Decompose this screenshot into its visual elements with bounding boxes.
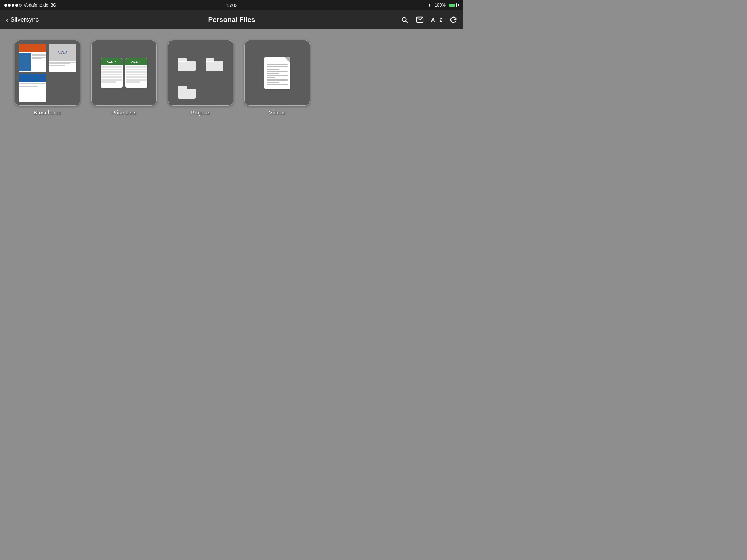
project-folder-2 (202, 47, 227, 71)
network-type: 3G (50, 3, 56, 8)
folder-broschures-label: Broschures (34, 109, 61, 116)
xls-doc-1: XLS ✓ (101, 58, 123, 88)
mail-icon (416, 16, 424, 24)
signal-dot-2 (8, 4, 11, 7)
folder-price-lists-thumb: XLS ✓ XLS ✓ (91, 40, 157, 106)
carrier-name: Vodafone.de (24, 3, 48, 8)
folder-broschures[interactable]: 👓 (15, 40, 80, 116)
refresh-button[interactable] (449, 16, 457, 24)
video-doc-1 (264, 57, 290, 89)
folder-projects[interactable]: Projects (168, 40, 233, 116)
nav-actions: A→Z (400, 16, 457, 24)
brochure-doc-2: 👓 (49, 44, 76, 72)
refresh-icon (449, 16, 457, 24)
folder-videos-label: Videos (269, 109, 286, 116)
status-time: 15:02 (226, 3, 238, 8)
search-icon (400, 16, 409, 24)
signal-dot-1 (4, 4, 7, 7)
brochure-spacer (49, 74, 76, 102)
xls-tab-2: XLS ✓ (125, 58, 147, 65)
folder-price-lists[interactable]: XLS ✓ XLS ✓ (91, 40, 157, 116)
folder-videos-thumb (244, 40, 310, 106)
search-button[interactable] (400, 16, 409, 24)
back-button[interactable]: ‹ Silversync (6, 16, 39, 24)
content-area: 👓 (0, 29, 463, 127)
brochure-doc-3 (19, 74, 46, 102)
project-folder-1 (175, 47, 199, 71)
page-title: Personal Files (208, 16, 255, 24)
battery-icon (449, 3, 459, 7)
signal-strength (4, 4, 22, 7)
folder-price-lists-label: Price Lists (111, 109, 136, 116)
status-left: Vodafone.de 3G (4, 3, 226, 8)
sort-az-icon: A→Z (431, 17, 442, 23)
battery-percent: 100% (434, 3, 446, 8)
sort-button[interactable]: A→Z (431, 17, 442, 23)
nav-bar: ‹ Silversync Personal Files A→Z (0, 10, 463, 29)
signal-dot-3 (12, 4, 14, 7)
project-folder-empty (202, 75, 227, 99)
folder-videos[interactable]: Videos (244, 40, 310, 116)
folder-broschures-thumb: 👓 (15, 40, 80, 106)
xls-doc-2: XLS ✓ (125, 58, 147, 88)
xls-tab-1: XLS ✓ (101, 58, 123, 65)
project-folder-3 (175, 75, 199, 99)
signal-dot-4 (15, 4, 18, 7)
signal-dot-5 (19, 4, 22, 7)
status-right: ✦ 100% (237, 3, 459, 8)
status-bar: Vodafone.de 3G 15:02 ✦ 100% (0, 0, 463, 10)
folder-projects-thumb (168, 40, 233, 106)
mail-button[interactable] (416, 16, 424, 24)
folder-projects-label: Projects (191, 109, 210, 116)
bluetooth-icon: ✦ (427, 3, 431, 8)
back-label: Silversync (11, 16, 39, 23)
back-chevron-icon: ‹ (6, 16, 8, 24)
brochure-doc-1 (19, 44, 46, 72)
